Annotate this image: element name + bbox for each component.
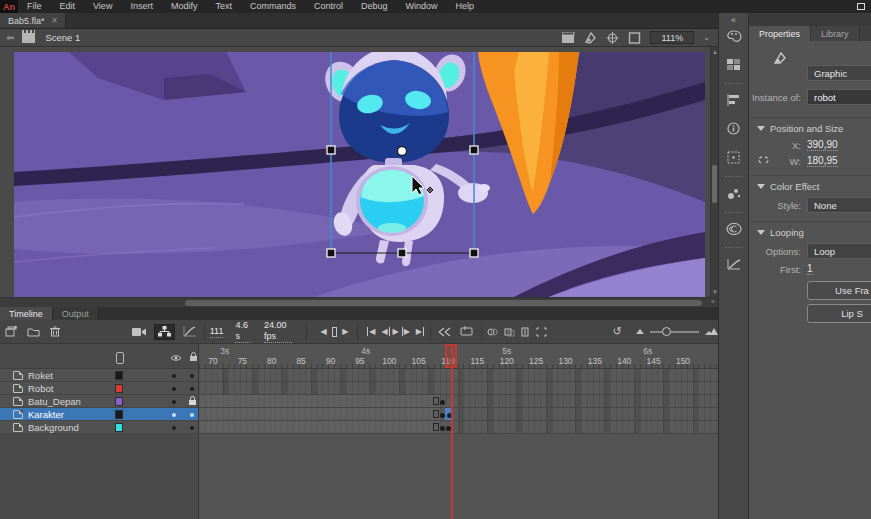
step-forward-one-icon[interactable]: ▶ <box>339 327 351 336</box>
menu-view[interactable]: View <box>84 0 121 13</box>
current-frame-value[interactable]: 111 <box>210 326 224 338</box>
onion-skin-outlines-icon[interactable] <box>487 324 498 340</box>
center-stage-icon[interactable] <box>606 32 619 44</box>
show-parenting-view-icon[interactable] <box>154 324 175 340</box>
new-folder-icon[interactable] <box>27 324 40 340</box>
delete-layer-icon[interactable] <box>50 324 60 340</box>
edit-multiple-frames-icon[interactable] <box>504 324 515 340</box>
loop-playback-icon[interactable] <box>460 324 473 340</box>
tab-output[interactable]: Output <box>53 307 99 320</box>
layer-visibility-dot[interactable] <box>172 374 176 378</box>
layer-lock-dot[interactable] <box>190 413 194 417</box>
layer-visibility-dot[interactable] <box>172 400 176 404</box>
lip-syncing-button[interactable]: Lip S <box>807 304 871 323</box>
transform-panel-icon[interactable] <box>727 151 740 166</box>
link-width-height-icon[interactable] <box>757 154 770 168</box>
layer-visibility-dot[interactable] <box>172 387 176 391</box>
tab-library[interactable]: Library <box>811 26 860 41</box>
zoom-level-select[interactable]: 111% <box>650 31 694 44</box>
menu-modify[interactable]: Modify <box>162 0 207 13</box>
tab-properties[interactable]: Properties <box>749 26 811 41</box>
layer-lock-icon[interactable] <box>188 396 197 408</box>
marker-range-icon[interactable] <box>536 324 547 340</box>
layer-visibility-dot[interactable] <box>172 426 176 430</box>
section-position-size[interactable]: Position and Size <box>749 117 871 137</box>
graph-editor-icon[interactable] <box>183 324 196 340</box>
collapse-panels-icon[interactable]: « <box>731 17 736 23</box>
window-restore-icon[interactable] <box>857 3 865 10</box>
menu-edit[interactable]: Edit <box>51 0 85 13</box>
elapsed-time-value[interactable]: 4.6 s <box>235 320 250 343</box>
layer-lock-dot[interactable] <box>190 374 194 378</box>
visibility-column-eye-icon[interactable] <box>170 353 182 364</box>
play-icon[interactable]: ▶ <box>390 327 402 336</box>
align-panel-icon[interactable] <box>727 94 741 108</box>
frame-track-robot[interactable] <box>199 382 718 395</box>
stage-vertical-scrollbar[interactable]: ▲ ▼ <box>710 47 718 297</box>
layer-outline-color[interactable] <box>115 410 123 419</box>
layer-outline-color[interactable] <box>115 371 123 380</box>
layer-row-robot[interactable]: Robot <box>0 382 198 395</box>
style-select[interactable]: None <box>807 197 871 213</box>
menu-insert[interactable]: Insert <box>121 0 162 13</box>
creative-cloud-icon[interactable] <box>726 223 742 237</box>
zoom-out-frames-icon[interactable] <box>636 329 644 334</box>
layer-row-background[interactable]: Background <box>0 421 198 434</box>
frame-track-background[interactable] <box>199 421 718 434</box>
layer-visibility-dot[interactable] <box>172 413 176 417</box>
menu-help[interactable]: Help <box>447 0 484 13</box>
loop-options-select[interactable]: Loop <box>807 243 871 259</box>
back-arrow-icon[interactable]: ⬅ <box>6 32 14 43</box>
menu-debug[interactable]: Debug <box>352 0 397 13</box>
onion-skin-icon[interactable] <box>438 324 452 340</box>
step-back-icon[interactable]: ◀ <box>378 327 389 336</box>
keyframe-dot[interactable] <box>440 426 445 431</box>
section-looping[interactable]: Looping <box>749 221 871 241</box>
edit-scene-icon[interactable] <box>562 32 575 44</box>
camera-icon[interactable] <box>132 324 146 340</box>
step-back-one-icon[interactable]: ◀ <box>317 327 329 336</box>
menu-window[interactable]: Window <box>397 0 447 13</box>
frame-track-karakter[interactable] <box>199 408 718 421</box>
animate-app-icon[interactable]: An <box>0 0 18 13</box>
document-tab[interactable]: Bab5.fla* × <box>0 13 66 28</box>
modify-markers-icon[interactable] <box>521 324 530 340</box>
layer-row-batu_depan[interactable]: Batu_Depan <box>0 395 198 408</box>
playhead-handle[interactable] <box>445 344 457 368</box>
menu-file[interactable]: File <box>18 0 51 13</box>
zoom-chevron-down-icon[interactable]: ⌄ <box>703 33 710 42</box>
lock-column-icon[interactable] <box>189 352 198 364</box>
close-tab-icon[interactable]: × <box>52 15 58 26</box>
layer-lock-dot[interactable] <box>190 426 194 430</box>
stage-viewport[interactable]: ▲ ▼ <box>0 47 718 297</box>
scene-name[interactable]: Scene 1 <box>45 32 80 43</box>
layer-row-karakter[interactable]: Karakter <box>0 408 198 421</box>
menu-control[interactable]: Control <box>305 0 352 13</box>
first-frame-value[interactable]: 1 <box>807 263 813 275</box>
go-to-last-frame-icon[interactable]: ▶ <box>413 327 424 336</box>
swatches-panel-icon[interactable] <box>727 59 741 73</box>
history-chart-icon[interactable] <box>727 258 741 272</box>
edit-symbols-icon[interactable] <box>584 32 597 44</box>
go-to-first-frame-icon[interactable]: ◀ <box>367 327 378 336</box>
x-value[interactable]: 390,90 <box>807 139 838 151</box>
layer-outline-color[interactable] <box>115 397 123 406</box>
frame-ruler[interactable]: 7075808590951001051101151201251301351401… <box>199 344 718 369</box>
playhead-line[interactable] <box>451 344 453 519</box>
step-forward-icon[interactable]: ▶ <box>402 327 413 336</box>
layer-outline-color[interactable] <box>115 384 123 393</box>
timeline-zoom-slider[interactable] <box>650 331 699 333</box>
zoom-in-frames-icon[interactable] <box>705 328 718 335</box>
symbol-type-select[interactable]: Graphic <box>807 65 871 81</box>
use-frame-picker-button[interactable]: Use Fra <box>807 281 871 300</box>
layer-lock-dot[interactable] <box>190 387 194 391</box>
reset-timeline-zoom-icon[interactable]: ↺ <box>613 324 622 340</box>
clip-content-icon[interactable] <box>628 32 641 44</box>
layer-outline-color[interactable] <box>115 423 123 432</box>
instance-name-field[interactable]: robot <box>807 89 871 105</box>
frame-rate-value[interactable]: 24.00 fps <box>264 320 292 343</box>
menu-text[interactable]: Text <box>206 0 241 13</box>
stage-horizontal-scrollbar[interactable]: » <box>0 297 718 307</box>
new-layer-icon[interactable] <box>5 324 17 340</box>
frame-track-batu_depan[interactable] <box>199 395 718 408</box>
